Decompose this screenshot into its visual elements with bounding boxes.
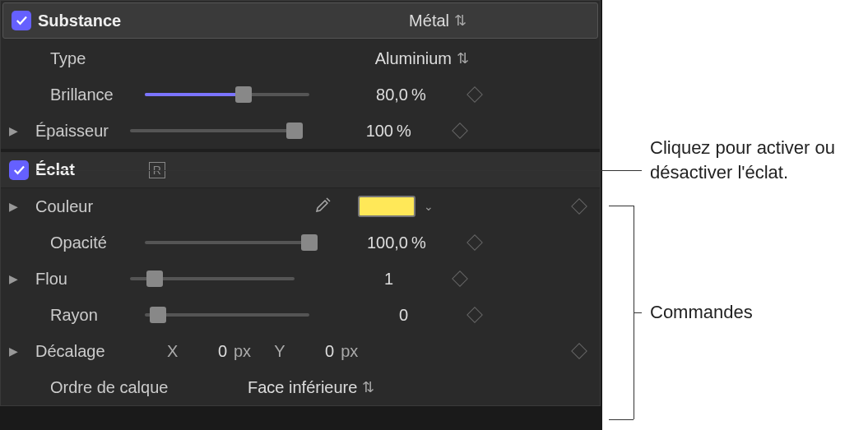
chevron-down-icon[interactable]: ⌄ [424, 200, 434, 213]
rayon-row: Rayon 0 [1, 297, 600, 333]
ordre-row: Ordre de calque Face inférieure ⇅ [1, 369, 600, 405]
epaisseur-slider[interactable] [130, 129, 295, 132]
type-row: Type Aluminium ⇅ [1, 40, 600, 76]
disclosure-right-icon[interactable]: ▶ [9, 272, 24, 285]
decalage-y-label: Y [274, 342, 290, 361]
keyframe-diamond-icon[interactable] [452, 123, 468, 139]
decalage-label: Décalage [35, 342, 151, 361]
chevron-updown-icon: ⇅ [362, 380, 374, 395]
decalage-y-unit: px [341, 342, 358, 361]
brillance-unit: % [411, 86, 444, 104]
epaisseur-row: ▶ Épaisseur 100 % [1, 113, 600, 149]
color-well[interactable] [358, 196, 415, 217]
substance-popup[interactable]: Métal ⇅ [409, 12, 466, 30]
keyframe-diamond-icon[interactable] [571, 198, 587, 215]
disclosure-right-icon[interactable]: ▶ [9, 344, 24, 358]
ordre-popup[interactable]: Face inférieure ⇅ [248, 378, 374, 397]
brillance-slider[interactable] [145, 93, 309, 96]
decalage-x-label: X [167, 342, 183, 361]
ordre-label: Ordre de calque [50, 378, 248, 397]
opacite-slider[interactable] [145, 241, 309, 244]
opacite-value[interactable]: 100,0 [350, 233, 408, 252]
keyframe-diamond-icon[interactable] [466, 234, 483, 251]
rayon-value[interactable]: 0 [350, 306, 408, 325]
couleur-row: ▶ Couleur ⌄ [1, 188, 600, 224]
chevron-updown-icon: ⇅ [454, 13, 466, 28]
type-popup[interactable]: Aluminium ⇅ [375, 49, 468, 68]
decalage-row: ▶ Décalage X 0 px Y 0 px [1, 333, 600, 369]
rayon-slider[interactable] [145, 313, 309, 317]
callout-leader-line [37, 170, 642, 171]
chevron-updown-icon: ⇅ [457, 51, 468, 66]
keyframe-diamond-icon[interactable] [466, 307, 483, 323]
keyframe-diamond-icon[interactable] [466, 86, 483, 103]
eclat-checkbox[interactable] [9, 160, 29, 180]
brillance-row: Brillance 80,0 % [1, 76, 600, 113]
epaisseur-label: Épaisseur [35, 122, 130, 141]
decalage-x-unit: px [234, 342, 251, 361]
disclosure-right-icon[interactable]: ▶ [9, 200, 24, 213]
keyframe-diamond-icon[interactable] [452, 270, 468, 287]
callout-controls-text: Commandes [650, 300, 753, 325]
opacite-unit: % [411, 233, 444, 252]
flou-slider[interactable] [130, 277, 295, 280]
ordre-popup-value: Face inférieure [248, 378, 357, 397]
inspector-panel: Substance Métal ⇅ Type Aluminium ⇅ Brill… [0, 0, 601, 406]
decalage-y-value[interactable]: 0 [297, 342, 334, 361]
type-popup-value: Aluminium [375, 49, 452, 68]
brillance-value[interactable]: 80,0 [350, 86, 408, 104]
flou-row: ▶ Flou 1 [1, 261, 600, 297]
opacite-label: Opacité [50, 233, 145, 252]
epaisseur-unit: % [397, 122, 429, 141]
substance-popup-value: Métal [409, 12, 449, 30]
flou-value[interactable]: 1 [336, 270, 393, 289]
rayon-label: Rayon [50, 306, 145, 325]
eyedropper-icon[interactable] [313, 195, 333, 219]
check-icon [12, 163, 26, 178]
disclosure-right-icon[interactable]: ▶ [9, 124, 24, 137]
opacite-row: Opacité 100,0 % [1, 224, 600, 261]
substance-section-header[interactable]: Substance Métal ⇅ [2, 2, 598, 39]
type-label: Type [50, 49, 198, 68]
couleur-label: Couleur [35, 197, 183, 216]
decalage-x-value[interactable]: 0 [190, 342, 227, 361]
epaisseur-value[interactable]: 100 [336, 122, 393, 141]
keyframe-diamond-icon[interactable] [571, 343, 587, 359]
brillance-label: Brillance [50, 86, 145, 104]
callout-toggle-text: Cliquez pour activer ou désactiver l'écl… [650, 136, 868, 184]
substance-label: Substance [38, 12, 186, 30]
substance-checkbox[interactable] [12, 11, 31, 30]
check-icon [14, 13, 29, 28]
flou-label: Flou [35, 270, 130, 289]
